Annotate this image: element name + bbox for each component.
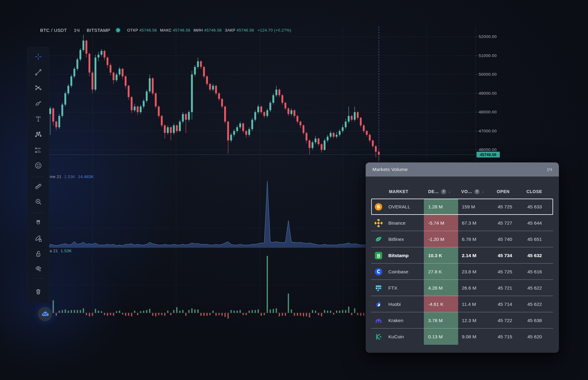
hide-drawings-icon xyxy=(34,264,42,272)
close-value: 45 622 xyxy=(524,302,553,307)
volume-value: 23.8 M xyxy=(458,269,494,275)
drawing-toolbar xyxy=(27,47,49,303)
gann-fib-icon xyxy=(34,84,42,92)
exchange-button[interactable]: BITSTAMP xyxy=(87,28,110,33)
ohlc-label: МАКС xyxy=(160,28,172,32)
volume-value: 26.6 M xyxy=(458,285,494,291)
open-value: 45 715 xyxy=(494,334,524,340)
panel-title: Markets Volume xyxy=(372,167,408,172)
open-value: 45 714 xyxy=(494,302,524,307)
indicator-value: 1.53K xyxy=(61,249,72,253)
panel-header[interactable]: Markets Volume 1Ч xyxy=(366,162,559,177)
price-change: +124.70 (+0.27%) xyxy=(258,28,291,32)
close-value: 45 633 xyxy=(524,204,553,210)
xabcd-pattern-tool-button[interactable] xyxy=(32,128,44,140)
kucoin-icon xyxy=(371,333,386,341)
trash-icon xyxy=(34,287,42,295)
symbol-header: BTC / USDT · 1Ч · BITSTAMP ОТКР45746.56М… xyxy=(40,28,291,33)
delta-value: 1.28 M xyxy=(424,199,458,215)
help-icon[interactable]: ? xyxy=(474,189,480,194)
help-icon[interactable]: ? xyxy=(441,189,446,194)
ohlc-label: ЗАКР xyxy=(225,28,235,32)
open-value: 45 725 xyxy=(494,269,524,275)
market-name: KuCoin xyxy=(386,334,424,340)
crosshair-icon xyxy=(34,53,42,61)
forecast-icon xyxy=(34,146,42,154)
delta-value: 27.8 K xyxy=(424,264,458,280)
market-row-bitfinex[interactable]: Bitfinex-1.20 M6.78 M45 74045 651 xyxy=(371,231,553,247)
volume-value: 2.14 M xyxy=(458,253,494,258)
market-row-overall[interactable]: BOVERALL1.28 M159 M45 72545 633 xyxy=(371,199,553,215)
trend-line-tool-button[interactable] xyxy=(32,66,44,78)
hide-drawings-tool-button[interactable] xyxy=(32,262,44,275)
unlock-tool-button[interactable] xyxy=(32,248,44,260)
logo-button[interactable] xyxy=(38,307,52,321)
market-row-kraken[interactable]: Kraken3.78 M12.3 M45 72245 638 xyxy=(371,312,553,329)
market-row-coinbase[interactable]: CCoinbase27.8 K23.8 M45 72545 616 xyxy=(371,264,553,280)
zoom-in-tool-button[interactable] xyxy=(32,196,44,208)
xabcd-pattern-icon xyxy=(34,130,42,138)
separator: · xyxy=(70,28,71,32)
column-label: DE… xyxy=(428,189,439,194)
forecast-tool-button[interactable] xyxy=(32,144,44,156)
delta-value: -5.74 M xyxy=(424,215,458,231)
column-label: VO… xyxy=(461,189,472,194)
toolbar-divider xyxy=(32,177,44,177)
market-row-bitstamp[interactable]: BBitstamp10.3 K2.14 M45 73445 632 xyxy=(371,247,553,264)
magnet-tool-button[interactable] xyxy=(32,217,44,229)
symbol-button[interactable]: BTC / USDT xyxy=(40,28,67,33)
ruler-tool-button[interactable] xyxy=(32,180,44,192)
sort-desc-icon: ↓ xyxy=(448,189,451,194)
market-name: Bitstamp xyxy=(386,253,424,258)
market-row-ftx[interactable]: FTX4.28 M26.6 M45 72145 622 xyxy=(371,280,553,296)
bitfinex-icon xyxy=(371,235,386,243)
open-value: 45 740 xyxy=(494,237,524,242)
interval-button[interactable]: 1Ч xyxy=(74,28,80,33)
emoji-icon xyxy=(34,162,42,169)
toolbar-divider xyxy=(32,213,44,213)
market-name: Coinbase xyxy=(386,269,424,275)
ftx-icon xyxy=(371,284,386,292)
close-value: 45 638 xyxy=(524,318,553,323)
open-value: 45 721 xyxy=(494,285,524,291)
ohlc-value: 45746.56 xyxy=(204,28,222,32)
volume-indicator-label[interactable]: me 211.53K14.483K xyxy=(50,174,94,179)
market-row-kucoin[interactable]: KuCoin0.13 M9.08 M45 71545 620 xyxy=(371,329,553,345)
delta-value: -1.20 M xyxy=(424,231,458,247)
bitstamp-icon: B xyxy=(371,252,386,260)
market-name: FTX xyxy=(386,285,424,291)
column-header-delta[interactable]: DE… ? ↓ xyxy=(424,189,458,194)
column-header-volume[interactable]: VO… ? ↓ xyxy=(458,189,494,194)
delta-value: 3.78 M xyxy=(424,312,458,329)
market-row-huobi[interactable]: Huobi-4.61 K11.4 M45 71445 622 xyxy=(371,296,553,312)
price-axis-label: 48000.00 xyxy=(479,110,507,114)
coinbase-icon: C xyxy=(371,268,386,276)
emoji-tool-button[interactable] xyxy=(32,159,44,172)
market-name: Huobi xyxy=(386,302,424,307)
brush-tool-button[interactable] xyxy=(32,97,44,110)
column-header-close[interactable]: CLOSE xyxy=(524,189,553,194)
magnet-icon xyxy=(34,219,42,227)
delta-value: 10.3 K xyxy=(424,247,458,264)
ohlc-value: 45746.56 xyxy=(139,28,157,32)
delta-value: 4.28 M xyxy=(424,280,458,296)
markets-table: BOVERALL1.28 M159 M45 72545 633Binance-5… xyxy=(371,199,553,345)
open-value: 45 727 xyxy=(494,220,524,226)
text-tool-button[interactable] xyxy=(32,113,44,125)
delta-indicator-label[interactable]: a 211.53K xyxy=(50,249,72,253)
open-value: 45 722 xyxy=(494,318,524,323)
gann-fib-tool-button[interactable] xyxy=(32,82,44,94)
ohlc-values: ОТКР45746.56МАКС45746.56МИН45746.56ЗАКР4… xyxy=(127,28,254,32)
kraken-icon xyxy=(371,317,386,325)
crosshair-tool-button[interactable] xyxy=(32,51,44,63)
current-price-badge: 45746.56 xyxy=(477,152,500,158)
market-row-binance[interactable]: Binance-5.74 M67.3 M45 72745 644 xyxy=(371,215,553,231)
column-header-market[interactable]: MARKET xyxy=(386,189,424,194)
volume-value: 159 M xyxy=(458,204,494,210)
price-axis-label: 50000.00 xyxy=(479,72,507,77)
volume-value: 12.3 M xyxy=(458,318,494,323)
drawing-lock-tool-button[interactable] xyxy=(32,232,44,245)
volume-value: 11.4 M xyxy=(458,302,494,307)
column-header-open[interactable]: OPEN xyxy=(494,189,524,194)
trash-tool-button[interactable] xyxy=(32,285,44,298)
